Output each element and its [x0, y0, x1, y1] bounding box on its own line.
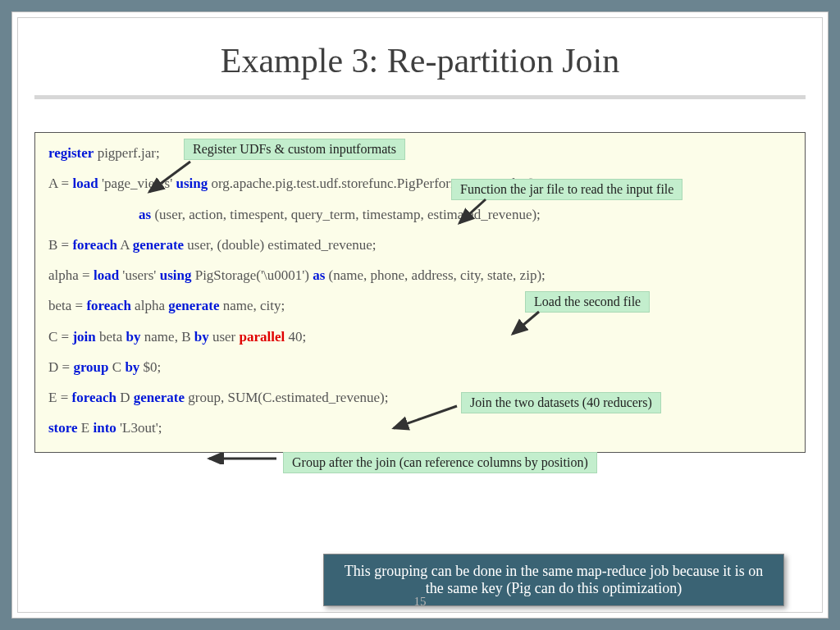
code-line-2b: as (user, action, timespent, query_term,… [48, 206, 792, 223]
arrow-icon [203, 453, 281, 464]
slide-title: Example 3: Re-partition Join [18, 18, 822, 95]
code-line-3: B = foreach A generate user, (double) es… [48, 236, 792, 253]
annotation-join: Join the two datasets (40 reducers) [461, 392, 661, 413]
svg-line-1 [459, 199, 486, 223]
page-number: 15 [18, 595, 822, 609]
code-line-4: alpha = load 'users' using PigStorage('\… [48, 267, 792, 284]
arrow-icon [387, 404, 461, 436]
annotation-group: Group after the join (can reference colu… [283, 452, 597, 473]
divider [34, 95, 806, 99]
code-line-7: D = group C by $0; [48, 358, 792, 376]
svg-line-2 [513, 312, 539, 334]
annotation-register: Register UDFs & custom inputformats [184, 139, 405, 160]
code-line-6: C = join beta by name, B by user paralle… [48, 328, 792, 345]
slide-inner-frame: Example 3: Re-partition Join register pi… [17, 17, 823, 613]
arrow-icon [506, 309, 547, 342]
svg-line-3 [394, 406, 457, 428]
slide-outer-frame: Example 3: Re-partition Join register pi… [11, 11, 829, 619]
arrow-icon [453, 197, 494, 230]
code-line-5: beta = foreach alpha generate name, city… [48, 297, 792, 314]
svg-line-0 [149, 162, 190, 192]
arrow-icon [141, 159, 199, 200]
